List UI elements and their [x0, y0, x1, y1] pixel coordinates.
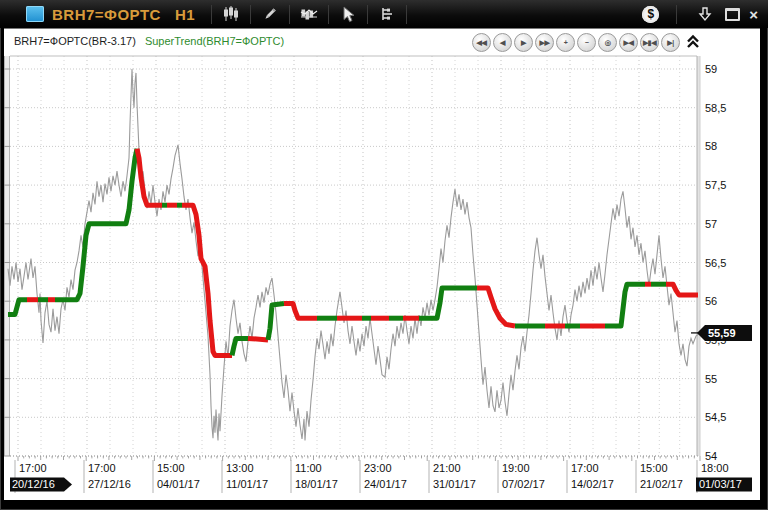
svg-text:59: 59	[705, 63, 717, 75]
last-price-tag: 55,59	[697, 325, 752, 341]
nav-compress-horizontal-button[interactable]: ▶◀	[619, 33, 638, 52]
indicator-chart-icon[interactable]	[298, 4, 320, 24]
svg-text:11/01/17: 11/01/17	[226, 478, 268, 490]
price-scale[interactable]: 5958,55857,55756,55655,55554,554	[705, 63, 726, 462]
svg-text:55: 55	[705, 373, 717, 385]
legend-indicator[interactable]: SuperTrend(BRH7=ФОРТС)	[145, 35, 284, 47]
svg-text:21/02/17: 21/02/17	[640, 478, 683, 490]
cursor-icon[interactable]	[337, 4, 359, 24]
timeframe-label: H1	[175, 6, 195, 23]
minimize-restore-button[interactable]	[725, 8, 740, 21]
separator	[211, 5, 212, 24]
svg-text:15:00: 15:00	[157, 462, 185, 474]
svg-text:57: 57	[705, 218, 717, 230]
legend: BRH7=ФОРТС(BR-3.17) SuperTrend(BRH7=ФОРТ…	[14, 35, 284, 47]
separator	[328, 5, 329, 24]
plot-area[interactable]: 5958,55857,55756,55655,55554,55455,5917:…	[4, 55, 760, 500]
close-button[interactable]: ×	[749, 7, 758, 22]
separator	[289, 5, 290, 24]
separator	[250, 5, 251, 24]
chart-nav-toolbar: ◀◀◀▶▶▶+−◎▶◀▶▮◀▶|	[472, 33, 680, 52]
svg-text:17:00: 17:00	[571, 462, 599, 474]
chart-panel: BRH7=ФОРТС(BR-3.17) SuperTrend(BRH7=ФОРТ…	[4, 28, 760, 500]
svg-text:13:00: 13:00	[226, 462, 254, 474]
svg-text:18/01/17: 18/01/17	[295, 478, 338, 490]
svg-text:17:00: 17:00	[88, 462, 116, 474]
svg-text:04/01/17: 04/01/17	[157, 478, 200, 490]
window-title: BRH7=ФОРТС	[52, 6, 161, 23]
svg-text:55,59: 55,59	[708, 327, 736, 339]
svg-text:19:00: 19:00	[502, 462, 530, 474]
nav-scroll-right-button[interactable]: ▶	[514, 33, 533, 52]
svg-text:56,5: 56,5	[705, 257, 726, 269]
nav-scroll-left-button[interactable]: ◀	[493, 33, 512, 52]
legend-instrument[interactable]: BRH7=ФОРТС(BR-3.17)	[14, 35, 136, 47]
svg-text:20/12/16: 20/12/16	[12, 478, 55, 490]
svg-text:18:00: 18:00	[701, 462, 729, 474]
candlestick-chart-icon[interactable]	[220, 4, 242, 24]
titlebar[interactable]: BRH7=ФОРТС H1 $ ×	[0, 0, 768, 28]
supertrend-series	[8, 149, 698, 356]
chart-window: BRH7=ФОРТС H1 $ ×	[0, 0, 768, 510]
nav-zoom-out-button[interactable]: −	[577, 33, 596, 52]
nav-scroll-fast-right-button[interactable]: ▶▶	[535, 33, 554, 52]
svg-text:31/01/17: 31/01/17	[433, 478, 476, 490]
nav-zoom-region-button[interactable]: ◎	[598, 33, 617, 52]
nav-scroll-fast-left-button[interactable]: ◀◀	[472, 33, 491, 52]
separator	[676, 5, 677, 24]
separator	[367, 5, 368, 24]
svg-text:56: 56	[705, 295, 717, 307]
svg-text:17:00: 17:00	[19, 462, 47, 474]
svg-text:14/02/17: 14/02/17	[571, 478, 614, 490]
svg-text:15:00: 15:00	[640, 462, 668, 474]
svg-text:58: 58	[705, 140, 717, 152]
separator	[406, 5, 407, 24]
svg-text:11:00: 11:00	[295, 462, 322, 474]
svg-text:07/02/17: 07/02/17	[502, 478, 545, 490]
svg-text:21:00: 21:00	[433, 462, 461, 474]
svg-text:58,5: 58,5	[705, 102, 726, 114]
chart-header: BRH7=ФОРТС(BR-3.17) SuperTrend(BRH7=ФОРТ…	[4, 29, 760, 55]
window-icon	[26, 6, 44, 22]
collapse-header-button[interactable]	[686, 34, 700, 49]
nav-compress-bars-button[interactable]: ▶▮◀	[640, 33, 659, 52]
pencil-icon[interactable]	[259, 4, 281, 24]
time-axis[interactable]: 17:0020/12/1617:0027/12/1615:0004/01/171…	[10, 456, 752, 493]
svg-text:01/03/17: 01/03/17	[699, 478, 742, 490]
left-scale-strip[interactable]	[4, 56, 10, 456]
svg-text:54,5: 54,5	[705, 411, 726, 423]
nav-go-to-end-button[interactable]: ▶|	[661, 33, 680, 52]
price-series	[8, 69, 700, 441]
download-arrow-icon[interactable]	[694, 4, 716, 24]
svg-text:54: 54	[705, 450, 717, 462]
svg-text:24/01/17: 24/01/17	[364, 478, 407, 490]
grid	[10, 56, 700, 456]
svg-text:57,5: 57,5	[705, 179, 726, 191]
account-currency-button[interactable]: $	[642, 6, 659, 23]
svg-text:23:00: 23:00	[364, 462, 392, 474]
objects-list-icon[interactable]	[376, 4, 398, 24]
nav-zoom-in-button[interactable]: +	[556, 33, 575, 52]
svg-text:27/12/16: 27/12/16	[88, 478, 131, 490]
